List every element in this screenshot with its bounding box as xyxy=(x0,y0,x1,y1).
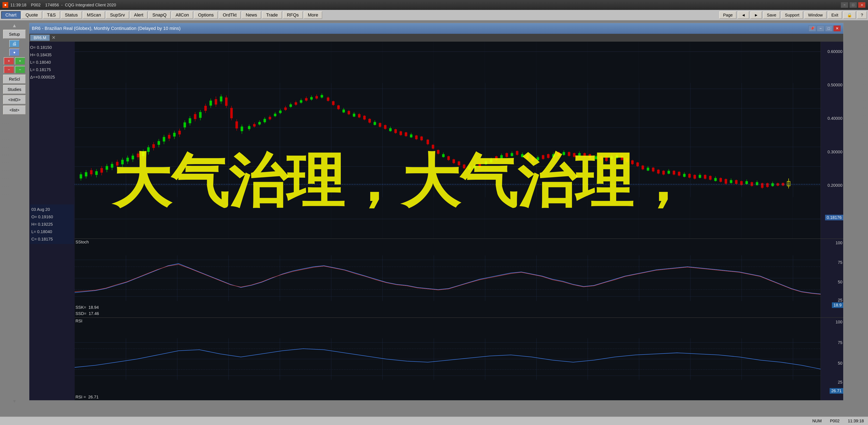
rescl-button[interactable]: ReScl xyxy=(3,75,26,84)
next-page-button[interactable]: ► xyxy=(750,11,762,19)
stochastic-area[interactable]: SStoch xyxy=(75,239,843,318)
menu-snapq[interactable]: SnapQ xyxy=(148,11,171,19)
symbol-tab-close[interactable]: ✕ xyxy=(50,35,57,40)
rsi-label-75: 75 xyxy=(838,340,842,345)
chart-restore-button[interactable]: □ xyxy=(825,25,833,32)
svg-rect-236 xyxy=(637,162,639,166)
stochastic-chart xyxy=(75,239,843,318)
svg-rect-234 xyxy=(631,160,634,164)
window-controls: − □ ✕ xyxy=(841,2,866,8)
prev-page-button[interactable]: ◄ xyxy=(738,11,749,19)
price-chart-area[interactable]: 0.60000 0.50000 0.40000 0.30000 0.20000 … xyxy=(75,42,843,239)
svg-rect-168 xyxy=(458,161,460,165)
svg-rect-104 xyxy=(289,104,292,107)
menu-supsrv[interactable]: SupSrv xyxy=(106,11,129,19)
menu-more[interactable]: More xyxy=(304,11,322,19)
svg-rect-102 xyxy=(284,107,287,110)
support-button[interactable]: Support xyxy=(781,11,803,19)
title-text: 11:39:18 P002 174856 - CQG Integrated Cl… xyxy=(10,3,841,7)
setup-button[interactable]: Setup xyxy=(3,30,26,39)
scroll-up-arrow[interactable]: ▲ xyxy=(12,23,17,28)
svg-rect-28 xyxy=(90,170,93,174)
svg-rect-150 xyxy=(410,134,412,137)
candlestick-chart[interactable] xyxy=(75,42,843,238)
symbol-tab-br6m[interactable]: BR6.M xyxy=(30,35,50,41)
menu-rfqs[interactable]: RFQs xyxy=(283,11,303,19)
stoch-values: SSK= 18.94 SSD= 17.46 xyxy=(75,304,99,317)
sidebar-print-btn[interactable]: 🖨 xyxy=(9,40,20,47)
rsi-area[interactable]: RSI xyxy=(75,318,843,400)
restore-button[interactable]: □ xyxy=(849,2,857,8)
svg-rect-180 xyxy=(490,159,492,162)
svg-rect-90 xyxy=(253,124,255,127)
svg-rect-108 xyxy=(300,100,302,103)
svg-rect-260 xyxy=(699,175,701,178)
svg-rect-198 xyxy=(537,157,539,160)
help-button[interactable]: ? xyxy=(857,11,867,19)
scroll-down-arrow[interactable]: ▼ xyxy=(12,399,17,404)
svg-rect-60 xyxy=(173,133,176,136)
rsi-label-25: 25 xyxy=(838,380,842,384)
save-button[interactable]: Save xyxy=(763,11,780,19)
price-label-040: 0.40000 xyxy=(828,116,842,121)
svg-rect-158 xyxy=(432,145,434,149)
list-button[interactable]: <list> xyxy=(3,105,26,115)
sidebar-green-btn[interactable]: + xyxy=(15,57,25,65)
menu-options[interactable]: Options xyxy=(194,11,218,19)
stoch-ssd-value: 17.46 xyxy=(89,311,99,316)
rsi-value-label: RSI = 26.71 xyxy=(75,395,99,399)
sidebar-green-btn2[interactable]: − xyxy=(15,66,25,73)
svg-rect-232 xyxy=(626,158,628,162)
sidebar-red-btn[interactable]: + xyxy=(4,57,14,65)
chart-close-button[interactable]: ✕ xyxy=(833,25,841,32)
close-button[interactable]: ✕ xyxy=(858,2,866,8)
main-area: ▲ Setup 🖨 ● + + − − ReScl Studies <IntD>… xyxy=(0,21,868,416)
svg-rect-54 xyxy=(158,141,160,145)
menu-status[interactable]: Status xyxy=(61,11,82,19)
sidebar-icon1[interactable]: ● xyxy=(9,48,20,56)
page-button[interactable]: Page xyxy=(719,11,736,19)
svg-rect-106 xyxy=(294,102,297,105)
intd-button[interactable]: <IntD> xyxy=(3,95,26,104)
svg-rect-190 xyxy=(516,151,518,155)
svg-rect-278 xyxy=(745,181,748,184)
menu-alert[interactable]: Alert xyxy=(130,11,148,19)
menu-allcon[interactable]: AllCon xyxy=(172,11,193,19)
svg-rect-138 xyxy=(379,123,381,127)
svg-rect-142 xyxy=(389,128,392,131)
svg-rect-252 xyxy=(678,172,680,175)
menu-mscan[interactable]: MScan xyxy=(83,11,105,19)
menu-quote[interactable]: Quote xyxy=(22,11,42,19)
sidebar-red-btn2[interactable]: − xyxy=(4,66,14,73)
menu-ts[interactable]: T&S xyxy=(43,11,60,19)
stoch-ssk-value: 18.94 xyxy=(89,305,99,309)
svg-rect-134 xyxy=(368,119,371,123)
title-id: 174856 xyxy=(45,3,59,7)
svg-rect-100 xyxy=(279,111,282,113)
minimize-button[interactable]: − xyxy=(841,2,848,8)
menu-trade[interactable]: Trade xyxy=(262,11,282,19)
chart-body: O= 0.18150 H= 0.18435 L= 0.18040 L= 0.18… xyxy=(29,42,843,400)
svg-rect-74 xyxy=(210,101,212,105)
svg-rect-230 xyxy=(621,156,623,160)
menu-news[interactable]: News xyxy=(242,11,261,19)
studies-button[interactable]: Studies xyxy=(3,85,26,94)
lock-button[interactable]: 🔒 xyxy=(843,11,856,19)
exit-button[interactable]: Exit xyxy=(828,11,842,19)
svg-rect-118 xyxy=(327,97,330,101)
svg-rect-44 xyxy=(132,156,134,159)
chart-minimize-button[interactable]: − xyxy=(817,25,824,32)
svg-rect-32 xyxy=(100,168,103,172)
svg-rect-88 xyxy=(248,126,250,129)
menu-ordtkt[interactable]: OrdTkt xyxy=(219,11,241,19)
chart-pin-button[interactable]: 📌 xyxy=(809,25,816,32)
chart-title-text: BR6 - Brazilian Real (Globex), Monthly C… xyxy=(32,26,809,31)
price-label-050: 0.50000 xyxy=(828,83,842,87)
svg-rect-186 xyxy=(505,153,508,157)
svg-rect-220 xyxy=(595,156,597,159)
menu-chart[interactable]: Chart xyxy=(1,11,21,19)
price-scale: 0.60000 0.50000 0.40000 0.30000 0.20000 … xyxy=(820,42,843,238)
rsi-chart xyxy=(75,318,843,400)
window-button[interactable]: Window xyxy=(804,11,826,19)
rsi-current-badge: 26.71 xyxy=(830,388,843,394)
